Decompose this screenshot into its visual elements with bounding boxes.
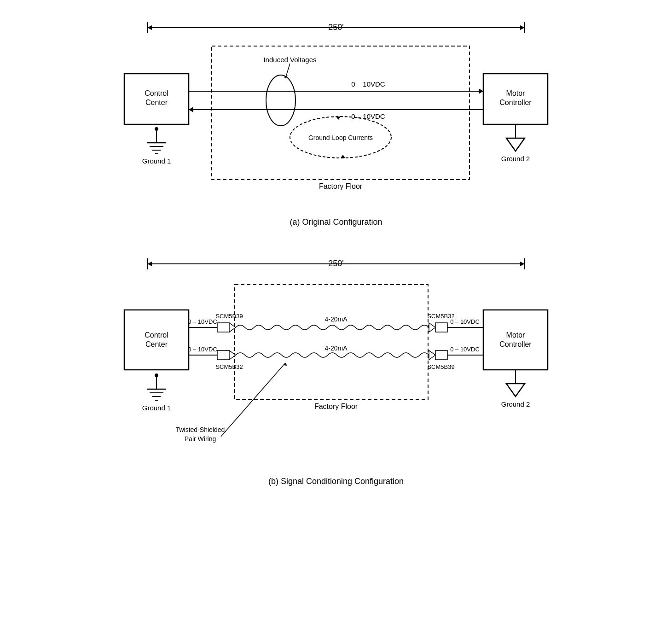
svg-rect-48 bbox=[483, 310, 548, 370]
svg-marker-66 bbox=[429, 323, 435, 332]
svg-text:Control: Control bbox=[145, 331, 168, 339]
svg-marker-59 bbox=[506, 384, 525, 397]
svg-marker-75 bbox=[229, 350, 236, 360]
svg-marker-3 bbox=[147, 25, 152, 30]
svg-text:0 – 10VDC: 0 – 10VDC bbox=[188, 346, 217, 353]
svg-text:Control: Control bbox=[145, 89, 168, 97]
svg-text:Twisted-Shielded: Twisted-Shielded bbox=[176, 426, 225, 433]
svg-marker-42 bbox=[520, 262, 525, 266]
svg-marker-41 bbox=[147, 262, 152, 266]
svg-text:Controller: Controller bbox=[499, 99, 532, 106]
svg-text:Center: Center bbox=[145, 340, 168, 348]
svg-text:4-20mA: 4-20mA bbox=[324, 344, 348, 352]
svg-marker-24 bbox=[479, 88, 483, 94]
svg-text:Ground 2: Ground 2 bbox=[501, 400, 530, 408]
svg-text:Induced Voltages: Induced Voltages bbox=[263, 56, 316, 64]
svg-point-51 bbox=[155, 373, 158, 377]
svg-text:0 – 10VDC: 0 – 10VDC bbox=[188, 318, 217, 325]
svg-text:0 – 10VDC: 0 – 10VDC bbox=[450, 318, 480, 325]
svg-text:Ground 1: Ground 1 bbox=[142, 404, 171, 412]
svg-text:4-20mA: 4-20mA bbox=[324, 315, 348, 323]
svg-text:Ground 1: Ground 1 bbox=[142, 157, 171, 165]
svg-text:Pair Wiring: Pair Wiring bbox=[185, 435, 216, 443]
svg-marker-21 bbox=[506, 138, 525, 151]
svg-point-13 bbox=[155, 127, 158, 131]
svg-rect-67 bbox=[435, 323, 447, 332]
svg-text:0 – 10VDC: 0 – 10VDC bbox=[351, 112, 385, 120]
svg-rect-78 bbox=[435, 350, 447, 360]
svg-rect-45 bbox=[124, 310, 189, 370]
svg-text:SCM5B32: SCM5B32 bbox=[427, 313, 454, 320]
svg-text:SCM5B39: SCM5B39 bbox=[427, 363, 454, 370]
svg-rect-74 bbox=[217, 350, 229, 360]
svg-text:SCM5B32: SCM5B32 bbox=[215, 363, 243, 370]
svg-text:Motor: Motor bbox=[506, 89, 526, 97]
svg-text:Ground 2: Ground 2 bbox=[501, 155, 530, 163]
svg-text:0 – 10VDC: 0 – 10VDC bbox=[351, 80, 385, 88]
svg-marker-77 bbox=[429, 350, 435, 360]
svg-marker-4 bbox=[520, 25, 525, 30]
svg-marker-34 bbox=[336, 117, 341, 120]
section-a: 250' Control Center Motor Controller Gro… bbox=[83, 18, 589, 227]
svg-line-31 bbox=[285, 64, 290, 78]
svg-text:Motor: Motor bbox=[506, 331, 526, 339]
svg-rect-6 bbox=[212, 46, 469, 180]
dim-line-a: 250' bbox=[110, 18, 562, 37]
svg-text:Ground-Loop Currents: Ground-Loop Currents bbox=[308, 134, 373, 141]
svg-text:SCM5B39: SCM5B39 bbox=[215, 313, 243, 320]
caption-a: (a) Original Configuration bbox=[83, 217, 589, 227]
svg-text:Center: Center bbox=[145, 99, 168, 106]
svg-text:0 – 10VDC: 0 – 10VDC bbox=[450, 346, 480, 353]
section-b: 250' Control Center Motor Controller Gro… bbox=[83, 255, 589, 486]
svg-marker-35 bbox=[341, 155, 345, 158]
svg-marker-27 bbox=[189, 107, 193, 112]
svg-text:Factory Floor: Factory Floor bbox=[319, 182, 363, 190]
svg-rect-63 bbox=[217, 323, 229, 332]
svg-text:250': 250' bbox=[328, 259, 343, 268]
svg-point-29 bbox=[266, 75, 295, 126]
diagram-b-svg: Control Center Motor Controller Ground 1… bbox=[110, 273, 562, 471]
svg-text:250': 250' bbox=[328, 23, 343, 32]
svg-rect-44 bbox=[235, 285, 428, 400]
diagram-a-svg: Control Center Motor Controller Ground 1… bbox=[110, 37, 562, 212]
caption-b: (b) Signal Conditioning Configuration bbox=[83, 477, 589, 486]
svg-text:Controller: Controller bbox=[499, 340, 532, 348]
diagram-container: 250' Control Center Motor Controller Gro… bbox=[83, 18, 589, 514]
dim-line-b: 250' bbox=[110, 255, 562, 273]
svg-text:Factory Floor: Factory Floor bbox=[314, 402, 358, 410]
